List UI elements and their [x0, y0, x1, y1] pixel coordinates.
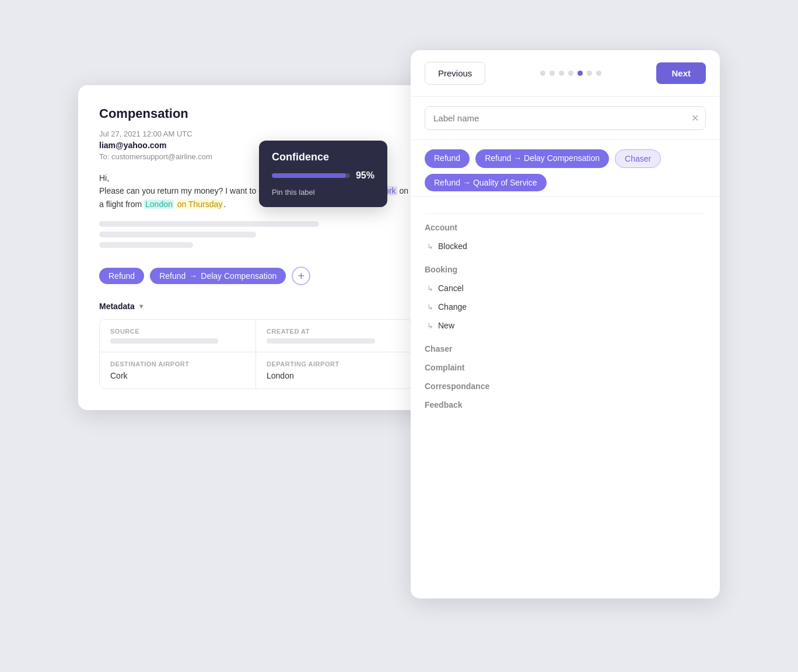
metadata-toggle[interactable]: Metadata ▼ [99, 302, 413, 311]
dot-4 [568, 71, 573, 76]
dot-7 [596, 71, 601, 76]
selected-chip-chaser[interactable]: Chaser [615, 149, 661, 168]
section-correspondance: Correspondance [425, 382, 706, 391]
selected-chip-refund-qos[interactable]: Refund → Quality of Service [425, 174, 547, 191]
metadata-source-cell: SOURCE [100, 320, 256, 352]
metadata-grid: SOURCE CREATED AT DESTINATION AIRPORT Co… [99, 319, 413, 389]
section-account: Account [425, 223, 706, 232]
section-booking: Booking [425, 265, 706, 274]
item-label-change: Change [438, 302, 467, 312]
metadata-dep-cell: DEPARTING AIRPORT London [256, 352, 412, 388]
search-input-wrap: ✕ [425, 106, 706, 130]
divider-top [425, 213, 706, 214]
email-date: Jul 27, 2021 12:00 AM UTC [99, 130, 413, 138]
panel-search: ✕ [411, 97, 720, 140]
list-item-cancel[interactable]: ↳ Cancel [425, 279, 706, 298]
confidence-bar-row: 95% [272, 170, 374, 181]
metadata-arrow-icon: ▼ [138, 303, 145, 310]
selected-chip-refund-delay[interactable]: Refund → Delay Compensation [475, 149, 609, 168]
item-label-blocked: Blocked [438, 242, 467, 251]
item-label-new: New [438, 321, 454, 330]
metadata-source-skel [110, 338, 218, 344]
dot-5-active [578, 71, 583, 76]
list-item-change[interactable]: ↳ Change [425, 298, 706, 316]
label-search-input[interactable] [425, 106, 706, 130]
metadata-created-skel [267, 338, 375, 344]
metadata-row-1: SOURCE CREATED AT [100, 320, 412, 352]
confidence-pin-label[interactable]: Pin this label [272, 188, 374, 197]
highlight-london: London [144, 200, 174, 209]
confidence-tooltip: Confidence 95% Pin this label [259, 141, 387, 207]
next-button[interactable]: Next [656, 62, 706, 84]
metadata-label: Metadata [99, 302, 135, 311]
metadata-row-2: DESTINATION AIRPORT Cork DEPARTING AIRPO… [100, 352, 412, 388]
sub-arrow-icon-change: ↳ [427, 303, 433, 312]
selected-chip-refund[interactable]: Refund [425, 149, 470, 168]
pagination-dots [540, 71, 601, 76]
metadata-dest-cell: DESTINATION AIRPORT Cork [100, 352, 256, 388]
dot-3 [559, 71, 564, 76]
sub-arrow-icon-cancel: ↳ [427, 284, 433, 293]
metadata-dep-label: DEPARTING AIRPORT [267, 360, 402, 368]
list-item-blocked[interactable]: ↳ Blocked [425, 237, 706, 256]
email-card: Compensation Jul 27, 2021 12:00 AM UTC l… [78, 85, 434, 410]
dot-6 [587, 71, 592, 76]
confidence-title: Confidence [272, 151, 374, 163]
email-title: Compensation [99, 106, 413, 121]
skeleton-line-2 [99, 232, 256, 237]
section-complaint: Complaint [425, 363, 706, 372]
metadata-created-cell: CREATED AT [256, 320, 412, 352]
metadata-dest-value: Cork [110, 371, 245, 380]
label-chip-refund-delay[interactable]: Refund → Delay Compensation [150, 268, 286, 284]
list-item-new[interactable]: ↳ New [425, 316, 706, 335]
panel-header: Previous Next [411, 50, 720, 97]
item-label-cancel: Cancel [438, 284, 464, 293]
previous-button[interactable]: Previous [425, 62, 485, 85]
confidence-percent: 95% [356, 170, 374, 181]
metadata-section: Metadata ▼ SOURCE CREATED AT DESTI [99, 302, 413, 389]
skeleton-line-1 [99, 221, 319, 227]
section-feedback: Feedback [425, 400, 706, 410]
metadata-source-label: SOURCE [110, 328, 245, 335]
dot-2 [550, 71, 555, 76]
label-chip-refund[interactable]: Refund [99, 268, 144, 284]
label-row: Refund Refund → Delay Compensation + [99, 267, 413, 285]
confidence-bar-bg [272, 173, 350, 178]
confidence-bar-fill [272, 173, 346, 178]
selected-labels-area: Refund Refund → Delay Compensation Chase… [411, 140, 720, 197]
metadata-dest-label: DESTINATION AIRPORT [110, 360, 245, 368]
highlight-thursday: on Thursday [176, 200, 224, 209]
right-panel: Previous Next ✕ Refund Refund → Delay Co… [411, 50, 720, 598]
clear-search-icon[interactable]: ✕ [691, 113, 699, 124]
metadata-created-label: CREATED AT [267, 328, 402, 335]
metadata-dep-value: London [267, 371, 402, 380]
sub-arrow-icon-new: ↳ [427, 321, 433, 330]
add-label-button[interactable]: + [292, 267, 310, 285]
skeleton-line-3 [99, 242, 193, 248]
section-chaser: Chaser [425, 344, 706, 354]
sub-arrow-icon: ↳ [427, 242, 433, 251]
label-list: Account ↳ Blocked Booking ↳ Cancel ↳ Cha… [411, 197, 720, 598]
dot-1 [540, 71, 545, 76]
